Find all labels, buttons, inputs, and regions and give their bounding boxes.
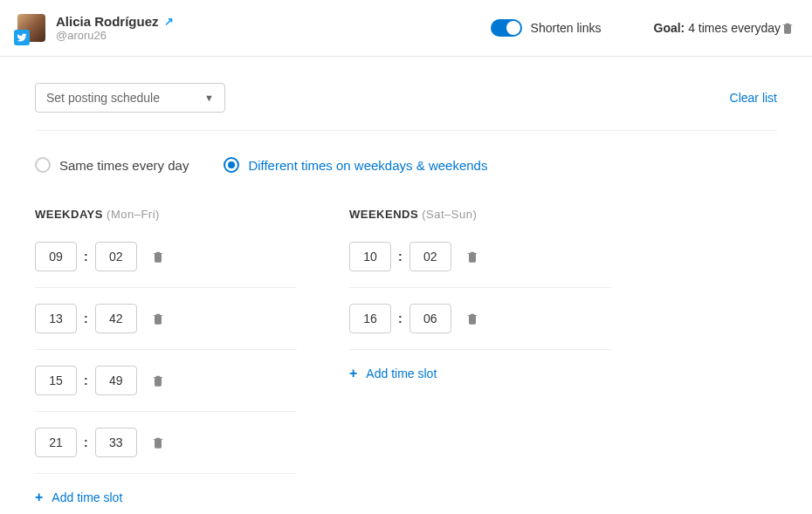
add-weekend-slot-button[interactable]: + Add time slot: [349, 366, 611, 381]
minute-input[interactable]: [95, 304, 137, 333]
user-handle: @aroru26: [56, 29, 174, 42]
user-name-text: Alicia Rodríguez: [56, 14, 159, 29]
colon: :: [398, 250, 403, 264]
delete-slot-button[interactable]: [151, 374, 165, 387]
delete-slot-button[interactable]: [465, 312, 479, 326]
external-link-icon[interactable]: ↗: [164, 15, 174, 28]
content: Set posting schedule ▼ Clear list Same t…: [0, 57, 812, 514]
delete-slot-button[interactable]: [151, 312, 165, 326]
dropdown-label: Set posting schedule: [46, 91, 160, 105]
weekends-column: WEEKENDS (Sat–Sun) : : + Add time slot: [349, 208, 611, 505]
minute-input[interactable]: [95, 366, 137, 395]
colon: :: [84, 435, 88, 449]
colon: :: [398, 312, 403, 326]
twitter-icon: [14, 30, 30, 45]
plus-icon: +: [349, 366, 357, 381]
add-weekday-slot-button[interactable]: + Add time slot: [35, 490, 297, 505]
goal-label: Goal:: [654, 21, 685, 35]
radio-same-times[interactable]: Same times every day: [35, 157, 189, 173]
radio-icon: [224, 157, 239, 173]
hour-input[interactable]: [35, 304, 77, 333]
schedule-dropdown[interactable]: Set posting schedule ▼: [35, 83, 225, 113]
chevron-down-icon: ▼: [204, 93, 214, 103]
delete-slot-button[interactable]: [465, 250, 479, 264]
hour-input[interactable]: [349, 304, 391, 333]
divider: [35, 130, 777, 131]
add-slot-label: Add time slot: [52, 490, 122, 504]
time-row: :: [35, 304, 297, 350]
minute-input[interactable]: [95, 428, 137, 457]
hour-input[interactable]: [35, 366, 77, 395]
time-row: :: [349, 304, 611, 350]
time-columns: WEEKDAYS (Mon–Fri) : : :: [35, 208, 777, 505]
header: Alicia Rodríguez ↗ @aroru26 Shorten link…: [0, 0, 812, 57]
shorten-links-toggle-wrap: Shorten links: [491, 19, 602, 37]
minute-input[interactable]: [409, 304, 451, 333]
schedule-mode-radio-group: Same times every day Different times on …: [35, 157, 777, 173]
colon: :: [84, 312, 88, 326]
radio-icon: [35, 157, 51, 173]
weekdays-heading: WEEKDAYS (Mon–Fri): [35, 208, 297, 221]
weekends-sub: (Sat–Sun): [422, 208, 477, 221]
time-row: :: [35, 428, 297, 474]
weekends-heading-text: WEEKENDS: [349, 208, 418, 221]
shorten-links-label: Shorten links: [531, 21, 602, 35]
time-row: :: [35, 366, 297, 412]
goal: Goal: 4 times everyday: [654, 21, 781, 35]
weekdays-heading-text: WEEKDAYS: [35, 208, 103, 221]
add-slot-label: Add time slot: [366, 367, 437, 380]
avatar-wrap: [17, 14, 45, 42]
shorten-links-toggle[interactable]: [491, 19, 522, 37]
user-info: Alicia Rodríguez ↗ @aroru26: [56, 14, 174, 42]
weekdays-column: WEEKDAYS (Mon–Fri) : : :: [35, 208, 297, 505]
weekends-heading: WEEKENDS (Sat–Sun): [349, 208, 611, 221]
weekdays-sub: (Mon–Fri): [107, 208, 160, 221]
colon: :: [84, 250, 88, 264]
plus-icon: +: [35, 490, 43, 505]
minute-input[interactable]: [409, 242, 451, 271]
goal-value: 4 times everyday: [688, 21, 781, 35]
hour-input[interactable]: [35, 428, 77, 457]
delete-slot-button[interactable]: [151, 435, 165, 449]
hour-input[interactable]: [35, 242, 77, 271]
hour-input[interactable]: [349, 242, 391, 271]
delete-slot-button[interactable]: [151, 250, 165, 264]
delete-profile-button[interactable]: [781, 21, 795, 35]
clear-list-link[interactable]: Clear list: [730, 91, 777, 105]
colon: :: [84, 374, 88, 387]
radio-same-label: Same times every day: [59, 158, 189, 173]
user-name[interactable]: Alicia Rodríguez ↗: [56, 14, 174, 29]
minute-input[interactable]: [95, 242, 137, 271]
top-controls: Set posting schedule ▼ Clear list: [35, 83, 777, 113]
radio-different-times[interactable]: Different times on weekdays & weekends: [224, 157, 487, 173]
time-row: :: [35, 242, 297, 288]
radio-diff-label: Different times on weekdays & weekends: [248, 158, 487, 173]
time-row: :: [349, 242, 611, 288]
